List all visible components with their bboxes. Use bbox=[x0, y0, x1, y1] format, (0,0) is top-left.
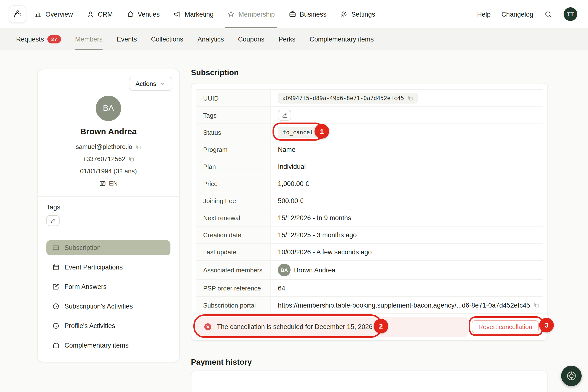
nav-label: Settings bbox=[351, 10, 375, 18]
tags-label: Tags : bbox=[47, 204, 170, 211]
row-label: Tags bbox=[196, 107, 271, 124]
row-label: Price bbox=[196, 175, 271, 192]
row-label: PSP order reference bbox=[196, 280, 271, 296]
app-window: Overview CRM Venues Marketing Membership… bbox=[0, 0, 588, 392]
member-phone-line: +33760712562 bbox=[38, 153, 179, 165]
member-birthdate-line: 01/01/1994 (32 ans) bbox=[38, 165, 179, 177]
sidebar-item-label: Form Answers bbox=[65, 283, 107, 290]
top-bar: Overview CRM Venues Marketing Membership… bbox=[0, 0, 588, 28]
subscription-title: Subscription bbox=[191, 68, 548, 78]
subscription-table: UUID a09947f5-d89a-49d6-8e71-0a7d452efc4… bbox=[196, 89, 542, 314]
chevron-down-icon bbox=[160, 80, 166, 87]
nav-crm[interactable]: CRM bbox=[87, 0, 113, 28]
nav-membership[interactable]: Membership bbox=[227, 0, 275, 28]
copy-icon[interactable] bbox=[128, 156, 134, 162]
row-value: 64 bbox=[271, 280, 542, 296]
tab-events[interactable]: Events bbox=[117, 28, 137, 50]
table-row-status: Status to_cancel bbox=[196, 124, 542, 141]
nav-label: Venues bbox=[138, 10, 160, 18]
edit-pencil-icon bbox=[282, 112, 287, 118]
nav-overview[interactable]: Overview bbox=[34, 0, 73, 28]
search-icon bbox=[544, 10, 552, 18]
overview-icon bbox=[34, 10, 42, 18]
associated-member-name[interactable]: Brown Andrea bbox=[294, 266, 335, 274]
logo-icon bbox=[11, 8, 24, 20]
row-value: 15/12/2025 - 3 months ago bbox=[271, 226, 542, 243]
member-email-line: samuel@plethore.io bbox=[38, 140, 179, 153]
row-value: 500.00 € bbox=[271, 192, 542, 209]
actions-row: Actions bbox=[38, 69, 179, 91]
tab-collections[interactable]: Collections bbox=[151, 28, 183, 50]
member-birthdate: 01/01/1994 (32 ans) bbox=[80, 165, 137, 177]
uuid-value: a09947f5-d89a-49d6-8e71-0a7d452efc45 bbox=[282, 95, 404, 102]
table-row-uuid: UUID a09947f5-d89a-49d6-8e71-0a7d452efc4… bbox=[196, 90, 542, 107]
form-icon bbox=[52, 283, 60, 290]
language-icon bbox=[99, 180, 106, 187]
user-avatar[interactable]: TT bbox=[563, 7, 577, 21]
tab-label: Coupons bbox=[238, 36, 264, 43]
table-row-tags: Tags bbox=[196, 107, 542, 124]
divider bbox=[38, 196, 179, 197]
table-row-price: Price 1,000.00 € bbox=[196, 175, 542, 192]
sidebar-item-label: Event Participations bbox=[65, 264, 123, 271]
subscription-card: UUID a09947f5-d89a-49d6-8e71-0a7d452efc4… bbox=[191, 83, 548, 341]
portal-url[interactable]: https://membership.table-booking.supplem… bbox=[278, 302, 530, 309]
annotation-marker-3: 3 bbox=[539, 318, 554, 332]
member-email: samuel@plethore.io bbox=[76, 140, 132, 153]
row-value: a09947f5-d89a-49d6-8e71-0a7d452efc45 bbox=[271, 90, 542, 106]
table-row-psp-order-reference: PSP order reference 64 bbox=[196, 280, 542, 297]
row-value: BA Brown Andrea bbox=[271, 261, 542, 279]
tab-members[interactable]: Members bbox=[75, 28, 103, 50]
row-label: Status bbox=[196, 124, 271, 140]
row-label: Next renewal bbox=[196, 210, 271, 226]
tab-label: Collections bbox=[151, 36, 183, 43]
row-label: Last update bbox=[196, 244, 271, 260]
member-profile-card: Actions BA Brown Andrea samuel@plethore.… bbox=[37, 69, 180, 362]
annotation-box-3 bbox=[469, 316, 543, 336]
sidebar-item-form-answers[interactable]: Form Answers bbox=[47, 279, 170, 294]
nav-settings[interactable]: Settings bbox=[340, 0, 375, 28]
sidebar-item-profile-activities[interactable]: Profile's Activities bbox=[47, 318, 170, 334]
divider bbox=[38, 233, 179, 233]
edit-tags-button[interactable] bbox=[47, 215, 60, 226]
nav-label: Marketing bbox=[185, 10, 214, 18]
sidebar-item-subscription-activities[interactable]: Subscription's Activities bbox=[47, 299, 170, 314]
tab-perks[interactable]: Perks bbox=[279, 28, 295, 50]
subscription-icon bbox=[52, 244, 60, 252]
nav-business[interactable]: Business bbox=[288, 0, 326, 28]
row-value: https://membership.table-booking.supplem… bbox=[271, 297, 542, 314]
row-label: Creation date bbox=[196, 226, 271, 243]
nav-venues[interactable]: Venues bbox=[127, 0, 160, 28]
sidebar-item-subscription[interactable]: Subscription bbox=[47, 240, 170, 255]
tab-complementary-items[interactable]: Complementary items bbox=[310, 28, 374, 50]
nav-marketing[interactable]: Marketing bbox=[173, 0, 214, 28]
row-value: Individual bbox=[271, 158, 542, 175]
app-logo[interactable] bbox=[9, 5, 26, 23]
copy-icon[interactable] bbox=[135, 144, 141, 150]
tab-label: Requests bbox=[16, 36, 44, 43]
edit-subscription-tags-button[interactable] bbox=[278, 110, 291, 120]
help-link[interactable]: Help bbox=[477, 10, 491, 18]
tab-coupons[interactable]: Coupons bbox=[238, 28, 264, 50]
nav-label: Overview bbox=[46, 10, 73, 18]
changelog-link[interactable]: Changelog bbox=[501, 10, 533, 18]
activity-icon bbox=[52, 322, 60, 330]
sidebar-item-complementary-items[interactable]: Complementary items bbox=[47, 338, 170, 353]
tab-analytics[interactable]: Analytics bbox=[198, 28, 224, 50]
copy-icon[interactable] bbox=[533, 302, 539, 308]
topbar-right: Help Changelog TT bbox=[477, 7, 577, 21]
member-language: EN bbox=[109, 177, 118, 190]
copy-icon[interactable] bbox=[407, 95, 413, 101]
actions-button[interactable]: Actions bbox=[129, 77, 172, 91]
support-fab-button[interactable] bbox=[561, 366, 582, 386]
tab-label: Perks bbox=[279, 36, 295, 43]
row-value bbox=[271, 107, 542, 124]
table-row-joining-fee: Joining Fee 500.00 € bbox=[196, 192, 542, 210]
annotation-box-2 bbox=[193, 314, 382, 338]
row-label: Subscription portal bbox=[196, 297, 271, 314]
search-button[interactable] bbox=[544, 10, 553, 18]
sidebar-item-event-participations[interactable]: Event Participations bbox=[47, 260, 170, 275]
gift-icon bbox=[52, 342, 60, 349]
tab-requests[interactable]: Requests 27 bbox=[16, 28, 61, 50]
tab-label: Members bbox=[75, 36, 103, 43]
